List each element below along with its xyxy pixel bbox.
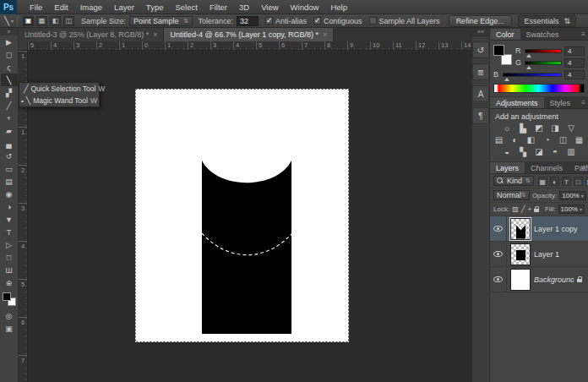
layer-row-layer-1-copy[interactable]: Layer 1 copy <box>490 216 588 242</box>
history-panel-icon[interactable]: ↺ <box>472 41 489 58</box>
menu-item[interactable]: 3D <box>233 1 255 14</box>
history-brush-tool[interactable]: ↺ <box>1 150 18 162</box>
blur-tool[interactable]: ◉ <box>1 188 18 200</box>
pen-tool[interactable]: ▼ <box>1 213 18 226</box>
expand-panels-chevron[interactable]: «« <box>472 28 489 36</box>
menu-item[interactable]: Help <box>324 1 353 14</box>
quick-mask-button[interactable]: ◎ <box>1 309 18 322</box>
lock-transparency-icon[interactable]: ▨ <box>512 205 519 213</box>
option-checkbox[interactable]: Anti-alias <box>265 17 307 25</box>
channel-slider[interactable] <box>525 61 562 65</box>
exposure-icon[interactable]: ◨ <box>550 123 561 134</box>
refine-edge-button[interactable]: Refine Edge... <box>449 15 512 27</box>
tab-layers[interactable]: Layers <box>490 162 525 173</box>
color-swatch-pair[interactable] <box>493 45 512 65</box>
toolbar-collapse-chevron[interactable]: » <box>0 28 18 35</box>
menu-item[interactable]: Filter <box>204 1 233 14</box>
foreground-color-swatch[interactable] <box>3 292 11 301</box>
layer-name[interactable]: Background <box>534 276 574 284</box>
ruler-origin-corner[interactable] <box>19 41 28 51</box>
hand-tool[interactable]: Ш <box>1 264 18 276</box>
horizontal-ruler[interactable]: 5432101234567891011121314 <box>28 41 471 51</box>
rectangular-marquee-tool[interactable]: ◻ <box>1 48 18 61</box>
visibility-eye-icon[interactable] <box>493 226 503 232</box>
character-panel-icon[interactable]: A <box>472 85 489 102</box>
canvas-document[interactable] <box>135 89 349 342</box>
tab-swatches[interactable]: Swatches <box>520 29 565 40</box>
layer-thumbnail[interactable] <box>510 243 531 265</box>
panel-menu-icon[interactable]: ≡ <box>581 164 585 172</box>
fill-input[interactable]: 100% ▾ <box>558 205 585 214</box>
filter-adjustment-layers-icon[interactable]: ◐ <box>550 177 559 186</box>
menu-item[interactable]: Type <box>140 1 170 14</box>
color-lookup-icon[interactable]: ▦ <box>574 135 585 145</box>
layer-row-layer-1[interactable]: Layer 1 <box>490 242 588 267</box>
menu-item[interactable]: Edit <box>48 1 74 14</box>
close-icon[interactable]: × <box>153 30 157 39</box>
move-tool[interactable]: ▶ <box>1 35 18 48</box>
tab-adjustments[interactable]: Adjustments <box>490 97 544 108</box>
layer-thumbnail[interactable] <box>510 269 531 291</box>
path-selection-tool[interactable]: ▷ <box>1 238 18 251</box>
kind-filter-select[interactable]: Kind ⇅ <box>493 176 534 186</box>
levels-icon[interactable]: ▙ <box>518 123 529 134</box>
brightness-contrast-icon[interactable]: ☼ <box>502 123 513 134</box>
new-selection-mode-icon[interactable]: ▣ <box>23 16 34 26</box>
screen-mode-button[interactable]: ▣ <box>1 322 18 335</box>
flyout-item[interactable]: • ╲ Magic Wand Tool W <box>19 95 99 106</box>
add-to-selection-mode-icon[interactable]: ▩ <box>36 16 47 26</box>
document-tab-untitled-4[interactable]: Untitled-4 @ 66.7% (Layer 1 copy, RGB/8)… <box>164 28 334 41</box>
slider-thumb-icon[interactable] <box>526 54 531 57</box>
close-icon[interactable]: × <box>323 30 327 39</box>
brush-tool[interactable]: ▰ <box>1 124 18 137</box>
menu-item[interactable]: View <box>255 1 284 14</box>
menu-item[interactable]: File <box>24 1 48 14</box>
slider-thumb-icon[interactable] <box>526 66 531 69</box>
visibility-eye-icon[interactable] <box>493 251 503 257</box>
color-balance-icon[interactable]: ◐ <box>509 135 520 145</box>
paragraph-panel-icon[interactable]: ¶ <box>472 107 489 124</box>
panel-menu-icon[interactable]: ≡ <box>581 99 585 106</box>
filter-type-layers-icon[interactable]: T <box>562 177 571 186</box>
gradient-tool[interactable]: ▤ <box>1 175 18 188</box>
current-tool-badge[interactable]: ╲ ▾ <box>4 16 14 25</box>
gradient-map-icon[interactable]: ▥ <box>566 147 577 157</box>
foreground-color-swatch[interactable] <box>493 45 504 56</box>
color-swatch-pair[interactable] <box>3 292 16 306</box>
channel-mixer-icon[interactable]: ◫ <box>558 135 569 145</box>
slider-thumb-icon[interactable] <box>504 78 509 81</box>
intersect-selection-mode-icon[interactable]: ◫ <box>63 16 74 26</box>
curves-icon[interactable]: ◩ <box>534 123 545 134</box>
black-white-icon[interactable]: ◧ <box>525 135 536 145</box>
menu-item[interactable]: Select <box>169 1 203 14</box>
layer-thumbnail[interactable] <box>510 218 531 240</box>
flyout-item[interactable]: ╱ Quick Selection Tool W <box>19 83 99 95</box>
posterize-icon[interactable]: ▚ <box>518 147 529 157</box>
hue-saturation-icon[interactable]: ▤ <box>493 135 504 145</box>
workspace-switcher[interactable]: Essentials ⇅ <box>518 15 576 27</box>
layer-name[interactable]: Layer 1 <box>534 250 585 259</box>
opacity-input[interactable]: 100% ▾ <box>559 191 585 200</box>
lock-all-icon[interactable] <box>534 206 540 213</box>
sample-size-select[interactable]: Point Sample ⇅ <box>129 16 193 26</box>
eyedropper-tool[interactable]: ╱ <box>1 99 18 112</box>
selective-color-icon[interactable]: ◓ <box>550 147 561 157</box>
layer-row-background[interactable]: Background <box>490 267 588 292</box>
channel-value-input[interactable]: 4 <box>564 46 585 56</box>
filter-shape-layers-icon[interactable]: □ <box>574 177 583 186</box>
channel-slider[interactable] <box>525 49 562 53</box>
clone-stamp-tool[interactable]: ▄ <box>1 137 18 150</box>
dodge-tool[interactable]: ◑ <box>1 200 18 213</box>
filter-pixel-layers-icon[interactable]: ▦ <box>538 177 547 186</box>
crop-tool[interactable]: ▞ <box>1 86 18 99</box>
properties-panel-icon[interactable]: ≣ <box>472 63 489 80</box>
invert-icon[interactable]: ◒ <box>502 147 513 157</box>
lock-position-icon[interactable]: + <box>528 205 532 213</box>
threshold-icon[interactable]: ◪ <box>534 147 545 157</box>
menu-item[interactable]: Layer <box>108 1 140 14</box>
panel-menu-icon[interactable]: ≡ <box>581 30 585 38</box>
lock-pixels-icon[interactable]: ╱ <box>521 205 525 213</box>
option-checkbox[interactable]: Contiguous <box>313 17 362 25</box>
photo-filter-icon[interactable]: ◔ <box>542 135 553 145</box>
channel-value-input[interactable]: 4 <box>564 58 585 68</box>
